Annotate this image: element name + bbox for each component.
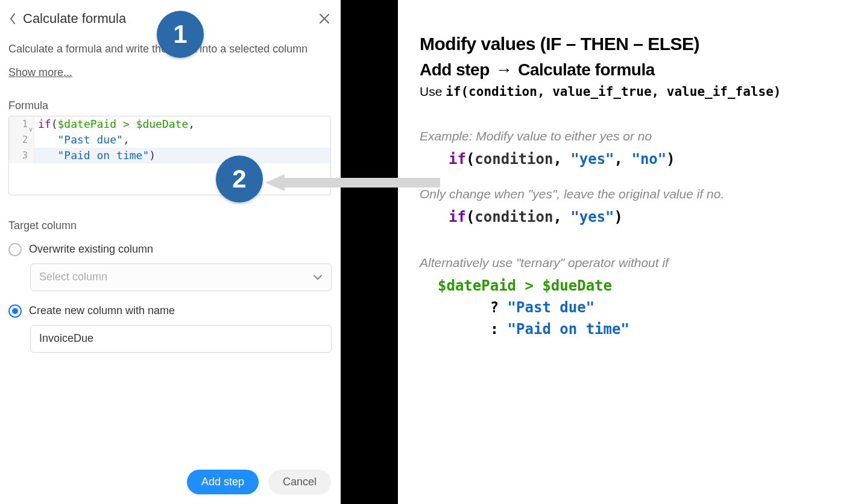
gutter-3: 3 [9,148,34,163]
formula-line-3: 3 "Paid on time") [9,148,330,163]
documentation-panel: Modify values (IF – THEN – ELSE) Add ste… [398,0,867,504]
gutter-1: 1v [9,116,34,132]
panel-title: Calculate formula [23,11,126,27]
radio-create-label: Create new column with name [29,304,175,317]
radio-overwrite-label: Overwrite existing column [29,243,153,256]
annotation-badge-1: 1 [157,11,204,58]
select-column-dropdown[interactable]: Select column [30,263,332,291]
chevron-down-icon [313,271,323,283]
back-icon[interactable] [8,11,17,26]
annotation-badge-2: 2 [216,156,263,203]
doc-heading-sub: Add step → Calculate formula [420,60,843,80]
new-column-name-input[interactable] [39,332,323,345]
doc-example-3: $datePaid > $dueDate ? "Past due" : "Pai… [438,275,843,340]
doc-caption-2: Only change when "yes", leave the origin… [420,187,843,201]
formula-label: Formula [8,99,331,112]
annotation-arrow [265,172,440,193]
calculate-formula-panel: Calculate formula Calculate a formula an… [0,0,341,504]
panel-footer: Add step Cancel [187,470,331,494]
arrow-right-icon: → [496,60,512,80]
gutter-2: 2 [9,132,34,148]
close-icon[interactable] [318,12,331,25]
new-column-name-input-wrap [30,325,332,353]
radio-create-row[interactable]: Create new column with name [8,304,331,318]
radio-create[interactable] [8,304,22,318]
cancel-button[interactable]: Cancel [268,470,331,494]
add-step-button[interactable]: Add step [187,470,259,494]
show-more-link[interactable]: Show more... [8,66,72,79]
radio-overwrite[interactable] [8,243,22,256]
panel-header-left: Calculate formula [8,11,126,27]
doc-heading-main: Modify values (IF – THEN – ELSE) [420,34,843,54]
select-placeholder: Select column [39,271,107,283]
svg-marker-1 [265,174,285,191]
doc-example-1: if(condition, "yes", "no") [449,148,843,170]
formula-line-2: 2 "Past due", [9,132,330,148]
doc-use-line: Use if(condition, value_if_true, value_i… [420,84,843,99]
target-column-label: Target column [8,219,331,232]
formula-line-1: 1v if($datePaid > $dueDate, [9,116,330,132]
doc-caption-1: Example: Modify value to either yes or n… [420,129,843,143]
doc-example-2: if(condition, "yes") [449,206,843,228]
radio-overwrite-row[interactable]: Overwrite existing column [8,243,331,256]
doc-caption-3: Alternatively use "ternary" operator wit… [420,256,843,270]
